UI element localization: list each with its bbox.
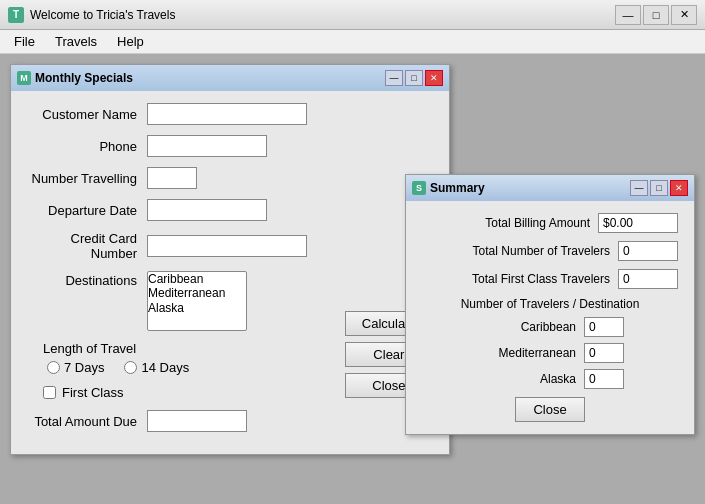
caribbean-label: Caribbean	[476, 320, 576, 334]
number-travelling-label: Number Travelling	[27, 171, 147, 186]
radio-14days[interactable]: 14 Days	[124, 360, 189, 375]
summary-maximize-btn[interactable]: □	[650, 180, 668, 196]
total-billing-label: Total Billing Amount	[422, 216, 598, 230]
destination-alaska: Alaska	[148, 301, 246, 315]
summary-controls: — □ ✕	[630, 180, 688, 196]
app-title: Welcome to Tricia's Travels	[30, 8, 615, 22]
customer-name-row: Customer Name	[27, 103, 433, 125]
summary-close-button[interactable]: Close	[515, 397, 585, 422]
title-controls: — □ ✕	[615, 5, 697, 25]
number-travelling-row: Number Travelling	[27, 167, 433, 189]
caribbean-input[interactable]	[584, 317, 624, 337]
menu-help[interactable]: Help	[107, 32, 154, 51]
total-first-class-input[interactable]	[618, 269, 678, 289]
destinations-label: Destinations	[27, 271, 147, 288]
phone-label: Phone	[27, 139, 147, 154]
total-travelers-input[interactable]	[618, 241, 678, 261]
main-content: M Monthly Specials — □ ✕ Customer Name P…	[0, 54, 705, 504]
alaska-row: Alaska	[422, 369, 678, 389]
summary-minimize-btn[interactable]: —	[630, 180, 648, 196]
phone-row: Phone	[27, 135, 433, 157]
summary-title: Summary	[430, 181, 626, 195]
total-amount-row: Total Amount Due	[27, 410, 433, 432]
radio-7days-label: 7 Days	[64, 360, 104, 375]
total-billing-input[interactable]	[598, 213, 678, 233]
minimize-button[interactable]: —	[615, 5, 641, 25]
total-amount-input[interactable]	[147, 410, 247, 432]
mediterranean-label: Mediterranean	[476, 346, 576, 360]
total-travelers-row: Total Number of Travelers	[422, 241, 678, 261]
monthly-minimize-btn[interactable]: —	[385, 70, 403, 86]
title-bar: T Welcome to Tricia's Travels — □ ✕	[0, 0, 705, 30]
monthly-close-btn[interactable]: ✕	[425, 70, 443, 86]
radio-7days-input[interactable]	[47, 361, 60, 374]
monthly-title-bar: M Monthly Specials — □ ✕	[11, 65, 449, 91]
close-button[interactable]: ✕	[671, 5, 697, 25]
maximize-button[interactable]: □	[643, 5, 669, 25]
mediterranean-input[interactable]	[584, 343, 624, 363]
alaska-input[interactable]	[584, 369, 624, 389]
monthly-icon: M	[17, 71, 31, 85]
number-travelling-input[interactable]	[147, 167, 197, 189]
credit-card-row: Credit Card Number	[27, 231, 433, 261]
caribbean-row: Caribbean	[422, 317, 678, 337]
radio-14days-label: 14 Days	[141, 360, 189, 375]
total-first-class-label: Total First Class Travelers	[422, 272, 618, 286]
total-first-class-row: Total First Class Travelers	[422, 269, 678, 289]
monthly-specials-window: M Monthly Specials — □ ✕ Customer Name P…	[10, 64, 450, 455]
summary-icon: S	[412, 181, 426, 195]
summary-close-btn[interactable]: ✕	[670, 180, 688, 196]
summary-title-bar: S Summary — □ ✕	[406, 175, 694, 201]
menu-travels[interactable]: Travels	[45, 32, 107, 51]
mediterranean-row: Mediterranean	[422, 343, 678, 363]
departure-date-input[interactable]	[147, 199, 267, 221]
phone-input[interactable]	[147, 135, 267, 157]
departure-date-row: Departure Date	[27, 199, 433, 221]
destinations-section-label: Number of Travelers / Destination	[422, 297, 678, 311]
destination-caribbean: Caribbean	[148, 272, 246, 286]
summary-body: Total Billing Amount Total Number of Tra…	[406, 201, 694, 434]
radio-7days[interactable]: 7 Days	[47, 360, 104, 375]
first-class-label: First Class	[62, 385, 123, 400]
total-billing-row: Total Billing Amount	[422, 213, 678, 233]
first-class-checkbox[interactable]	[43, 386, 56, 399]
total-travelers-label: Total Number of Travelers	[422, 244, 618, 258]
alaska-label: Alaska	[476, 372, 576, 386]
customer-name-input[interactable]	[147, 103, 307, 125]
summary-close-row: Close	[422, 397, 678, 422]
monthly-body: Customer Name Phone Number Travelling De…	[11, 91, 449, 454]
credit-card-input[interactable]	[147, 235, 307, 257]
total-amount-label: Total Amount Due	[27, 414, 147, 429]
monthly-maximize-btn[interactable]: □	[405, 70, 423, 86]
summary-window: S Summary — □ ✕ Total Billing Amount Tot…	[405, 174, 695, 435]
menu-bar: File Travels Help	[0, 30, 705, 54]
destinations-listbox[interactable]: Caribbean Mediterranean Alaska	[147, 271, 247, 331]
radio-14days-input[interactable]	[124, 361, 137, 374]
monthly-controls: — □ ✕	[385, 70, 443, 86]
destination-mediterranean: Mediterranean	[148, 286, 246, 300]
app-icon: T	[8, 7, 24, 23]
departure-date-label: Departure Date	[27, 203, 147, 218]
customer-name-label: Customer Name	[27, 107, 147, 122]
monthly-title: Monthly Specials	[35, 71, 381, 85]
menu-file[interactable]: File	[4, 32, 45, 51]
credit-card-label: Credit Card Number	[27, 231, 147, 261]
